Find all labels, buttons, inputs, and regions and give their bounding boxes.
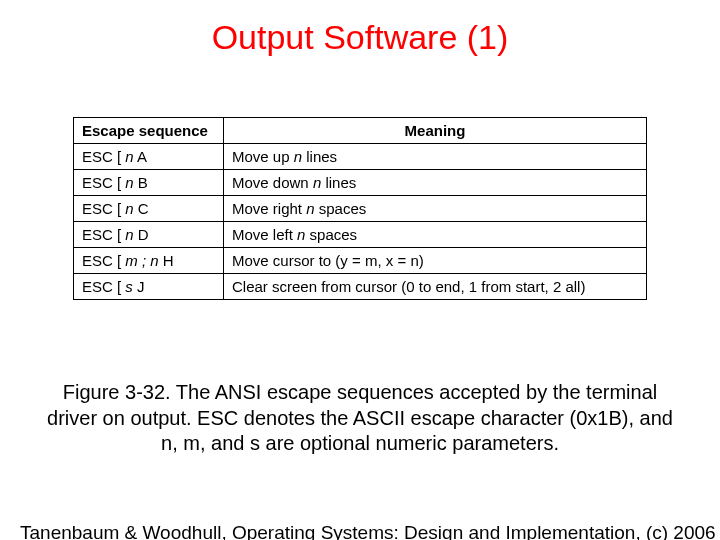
- figure-caption: Figure 3-32. The ANSI escape sequences a…: [40, 380, 680, 457]
- cell-seq: ESC [ n C: [74, 196, 224, 222]
- cell-meaning: Move up n lines: [224, 144, 647, 170]
- cell-seq: ESC [ n B: [74, 170, 224, 196]
- table-row: ESC [ n B Move down n lines: [74, 170, 647, 196]
- table-row: ESC [ s J Clear screen from cursor (0 to…: [74, 274, 647, 300]
- table-row: ESC [ m ; n H Move cursor to (y = m, x =…: [74, 248, 647, 274]
- cell-seq: ESC [ m ; n H: [74, 248, 224, 274]
- cell-seq: ESC [ s J: [74, 274, 224, 300]
- header-escape-sequence: Escape sequence: [74, 118, 224, 144]
- cell-seq: ESC [ n A: [74, 144, 224, 170]
- copyright-footer: Tanenbaum & Woodhull, Operating Systems:…: [20, 522, 716, 540]
- escape-sequence-table: Escape sequence Meaning ESC [ n A Move u…: [73, 117, 647, 300]
- cell-meaning: Move left n spaces: [224, 222, 647, 248]
- slide-title: Output Software (1): [0, 18, 720, 57]
- table-row: ESC [ n D Move left n spaces: [74, 222, 647, 248]
- cell-meaning: Clear screen from cursor (0 to end, 1 fr…: [224, 274, 647, 300]
- table-body: ESC [ n A Move up n lines ESC [ n B Move…: [74, 144, 647, 300]
- cell-meaning: Move cursor to (y = m, x = n): [224, 248, 647, 274]
- header-meaning: Meaning: [224, 118, 647, 144]
- table-row: ESC [ n A Move up n lines: [74, 144, 647, 170]
- cell-meaning: Move down n lines: [224, 170, 647, 196]
- table-row: ESC [ n C Move right n spaces: [74, 196, 647, 222]
- cell-meaning: Move right n spaces: [224, 196, 647, 222]
- cell-seq: ESC [ n D: [74, 222, 224, 248]
